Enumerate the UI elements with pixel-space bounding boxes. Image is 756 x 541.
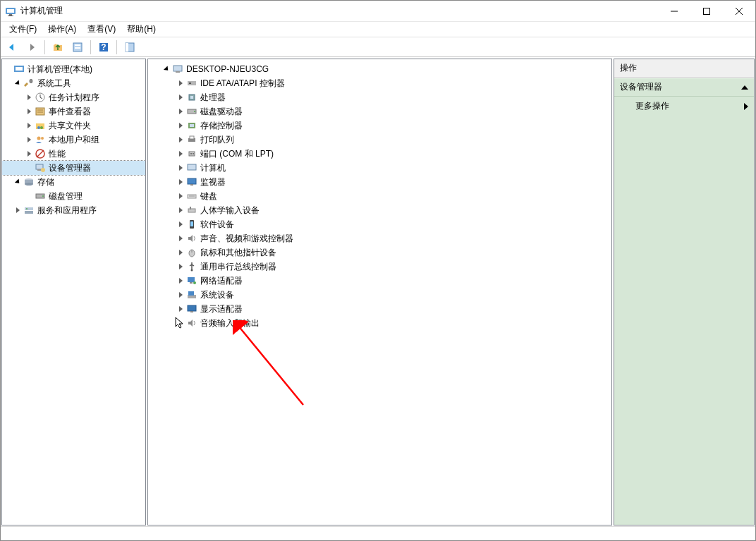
svg-point-71 <box>193 281 196 284</box>
chevron-right-icon <box>25 93 33 102</box>
actions-more[interactable]: 更多操作 <box>614 97 754 116</box>
svg-rect-11 <box>75 47 80 49</box>
expander-empty <box>25 192 33 200</box>
menu-file[interactable]: 文件(F) <box>4 22 42 37</box>
console-tree-panel[interactable]: 计算机管理(本地) 系统工具 任务计划程序 事件查看器 <box>1 59 146 525</box>
chevron-right-icon <box>176 121 185 130</box>
device-keyboards[interactable]: 键盘 <box>148 189 611 203</box>
monitor-icon <box>186 176 197 188</box>
menu-view[interactable]: 查看(V) <box>82 22 121 37</box>
shared-folder-icon <box>35 120 46 131</box>
device-system-devices[interactable]: 系统设备 <box>148 288 611 302</box>
actions-header: 操作 <box>614 59 754 78</box>
tree-services-apps[interactable]: 服务和应用程序 <box>2 203 145 217</box>
audio-icon <box>186 317 197 329</box>
storage-icon <box>23 176 35 188</box>
tree-system-tools[interactable]: 系统工具 <box>2 76 145 90</box>
tree-storage[interactable]: 存储 <box>2 175 145 189</box>
performance-icon <box>35 148 46 159</box>
device-print-queues[interactable]: 打印队列 <box>148 133 611 147</box>
device-root[interactable]: DESKTOP-NJEU3CG <box>148 62 611 76</box>
device-mice[interactable]: 鼠标和其他指针设备 <box>148 245 611 260</box>
expander-empty <box>25 164 33 172</box>
network-icon <box>186 275 197 286</box>
help-button[interactable]: ? <box>95 39 112 56</box>
keyboard-icon <box>186 190 197 202</box>
device-computer[interactable]: 计算机 <box>148 161 611 175</box>
chevron-right-icon <box>176 164 185 172</box>
tree-shared-folders[interactable]: 共享文件夹 <box>2 118 145 133</box>
chevron-right-icon <box>176 192 185 200</box>
device-network-adapters[interactable]: 网络适配器 <box>148 274 611 288</box>
tree-local-users-groups[interactable]: 本地用户和组 <box>2 133 145 147</box>
tools-icon <box>23 78 35 89</box>
tree-device-manager[interactable]: 设备管理器 <box>2 161 145 175</box>
device-monitors[interactable]: 监视器 <box>148 175 611 189</box>
chevron-right-icon <box>176 135 185 144</box>
svg-rect-45 <box>189 83 191 84</box>
svg-rect-53 <box>190 136 194 139</box>
device-tree-panel[interactable]: DESKTOP-NJEU3CG IDE ATA/ATAPI 控制器 处理器 磁盘… <box>147 59 612 525</box>
maximize-button[interactable] <box>690 1 723 21</box>
device-usb-controllers[interactable]: 通用串行总线控制器 <box>148 260 611 274</box>
port-icon <box>186 148 197 159</box>
svg-point-55 <box>190 153 192 154</box>
svg-rect-70 <box>190 282 193 284</box>
chevron-right-icon <box>176 150 185 158</box>
svg-point-25 <box>37 126 40 129</box>
back-button[interactable] <box>4 39 20 56</box>
svg-point-27 <box>37 137 41 140</box>
svg-rect-24 <box>36 123 44 129</box>
svg-rect-42 <box>173 66 182 71</box>
pc-icon <box>186 162 197 174</box>
toolbar: ? <box>1 37 755 57</box>
tree-performance[interactable]: 性能 <box>2 147 145 161</box>
device-hid[interactable]: 人体学输入设备 <box>148 203 611 217</box>
properties-button[interactable] <box>69 39 86 56</box>
chevron-right-icon <box>176 291 185 299</box>
show-hide-button[interactable] <box>121 39 138 56</box>
svg-line-76 <box>238 326 303 405</box>
device-ide-atapi[interactable]: IDE ATA/ATAPI 控制器 <box>148 76 611 90</box>
tree-disk-management[interactable]: 磁盘管理 <box>2 189 145 203</box>
system-device-icon <box>186 289 197 300</box>
up-folder-button[interactable] <box>49 39 66 56</box>
device-processors[interactable]: 处理器 <box>148 90 611 104</box>
svg-rect-51 <box>190 124 194 127</box>
annotation-arrow <box>233 320 310 412</box>
svg-rect-65 <box>190 221 193 226</box>
menu-bar: 文件(F) 操作(A) 查看(V) 帮助(H) <box>1 22 755 37</box>
chevron-right-icon <box>176 305 185 313</box>
tree-root-computer-management[interactable]: 计算机管理(本地) <box>2 62 145 76</box>
svg-point-26 <box>40 126 43 129</box>
close-button[interactable] <box>723 1 755 21</box>
svg-rect-58 <box>188 178 196 184</box>
svg-point-49 <box>194 111 195 112</box>
window-titlebar: 计算机管理 <box>1 1 755 22</box>
printer-icon <box>186 134 197 145</box>
chevron-right-icon <box>176 319 185 327</box>
device-ports[interactable]: 端口 (COM 和 LPT) <box>148 147 611 161</box>
svg-point-68 <box>191 269 193 272</box>
svg-rect-15 <box>126 43 128 51</box>
cpu-icon <box>186 92 197 103</box>
minimize-button[interactable] <box>658 1 690 21</box>
forward-button[interactable] <box>23 39 40 56</box>
svg-text:?: ? <box>101 42 106 52</box>
device-disk-drives[interactable]: 磁盘驱动器 <box>148 104 611 118</box>
menu-action[interactable]: 操作(A) <box>42 22 82 37</box>
actions-section-device-manager[interactable]: 设备管理器 <box>614 78 754 97</box>
device-display-adapters[interactable]: 显示适配器 <box>148 302 611 316</box>
tree-event-viewer[interactable]: 事件查看器 <box>2 104 145 118</box>
tree-task-scheduler[interactable]: 任务计划程序 <box>2 90 145 104</box>
svg-point-28 <box>41 137 44 140</box>
chevron-right-icon <box>13 206 22 214</box>
device-audio-io[interactable]: 音频输入和输出 <box>148 316 611 330</box>
storage-controller-icon <box>186 120 197 131</box>
menu-help[interactable]: 帮助(H) <box>121 22 161 37</box>
device-storage-controllers[interactable]: 存储控制器 <box>148 118 611 133</box>
svg-rect-44 <box>188 81 196 85</box>
device-software-devices[interactable]: 软件设备 <box>148 217 611 231</box>
device-sound-video-game[interactable]: 声音、视频和游戏控制器 <box>148 231 611 245</box>
svg-point-33 <box>41 168 45 172</box>
